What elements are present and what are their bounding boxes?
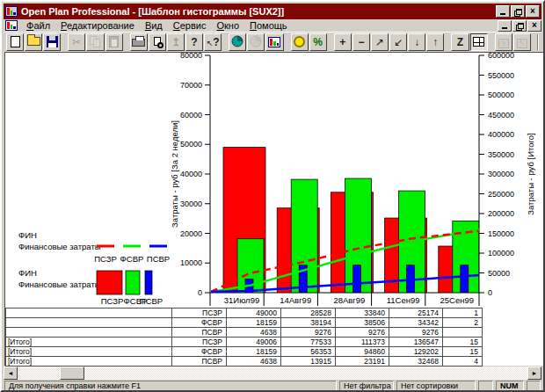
percent-button[interactable]: %: [309, 33, 327, 51]
zoom-mode-button[interactable]: Z: [451, 33, 469, 51]
value-cell: 18159: [227, 318, 281, 328]
child-close-button[interactable]: ×: [527, 20, 541, 32]
x-category-label: 25Сен99: [440, 295, 475, 305]
close-icon: ×: [532, 21, 537, 30]
restore-icon: [516, 9, 522, 15]
new-file-button[interactable]: [6, 33, 24, 51]
series-cell: ПСВР: [172, 357, 227, 367]
value-cell: 56353: [281, 347, 336, 357]
value-cell: 49000: [227, 309, 281, 318]
toolbar: ✂↥?↖?%+−↗↙↓↑Z↘↖: [4, 32, 541, 52]
document-icon[interactable]: [5, 20, 18, 31]
copy-button: [86, 33, 104, 51]
histogram-view-button[interactable]: [265, 33, 283, 51]
right-tick-label: 0: [488, 288, 492, 297]
bar-ПСВР: [352, 265, 360, 293]
table-row[interactable]: [Итого]ПСЗР490067753311137313654715: [6, 338, 483, 347]
copy-pages-icon: [90, 36, 101, 49]
arrow-sw-icon: ↙: [394, 37, 403, 47]
save-file-button[interactable]: [43, 33, 61, 51]
menu-item-service[interactable]: Сервис: [168, 19, 212, 32]
letter-z-icon: Z: [457, 37, 463, 47]
x-category-label: 28Авг99: [333, 295, 365, 305]
legend-entry-label: ПСВР: [147, 254, 170, 264]
legend-bar-sample: [97, 271, 122, 294]
value-cell: 18159: [227, 347, 281, 357]
child-restore-button[interactable]: [512, 20, 527, 32]
row-label-cell: [6, 309, 172, 318]
value-cell: 15: [443, 347, 483, 357]
goto-prev-button: ↖: [513, 33, 531, 51]
open-file-button[interactable]: [25, 33, 42, 51]
menu-item-file[interactable]: Файл: [21, 19, 55, 32]
minimize-button[interactable]: [496, 5, 510, 18]
menu-item-view[interactable]: Вид: [140, 19, 168, 32]
scissors-icon: ✂: [72, 37, 81, 47]
page-magnifier-icon: [154, 37, 161, 47]
x-labels-group: 31Июл9914Авг9928Авг9911Сен9925Сен99: [224, 295, 474, 305]
time-analysis-button[interactable]: [229, 33, 246, 51]
menu-item-edit[interactable]: Редактирование: [55, 19, 140, 32]
toolbar-separator: [537, 34, 539, 50]
right-tick-label: 350000: [488, 150, 514, 159]
restore-icon: [518, 23, 524, 29]
menu-item-window[interactable]: Окно: [211, 19, 244, 32]
collapse-button[interactable]: ↙: [389, 33, 407, 51]
zoom-out-button[interactable]: −: [352, 33, 370, 51]
clipboard-icon: [109, 36, 119, 49]
update-button: ↥: [167, 33, 185, 51]
cost-histogram-chart: 0100002000030000400005000060000700008000…: [5, 53, 543, 308]
right-tick-label: 400000: [488, 130, 514, 139]
table-row[interactable]: ПСЗР490002852833840251741: [6, 309, 483, 318]
restore-button[interactable]: [511, 5, 525, 18]
scrollbar-thumb[interactable]: [60, 367, 84, 380]
legend-title: ФИН: [18, 268, 37, 278]
left-tick-label: 60000: [180, 111, 202, 120]
x-category-label: 11Сен99: [387, 295, 420, 305]
value-cell: 4: [443, 357, 483, 367]
left-tick-label: 20000: [180, 229, 202, 238]
menu-item-help[interactable]: Помощь: [244, 19, 293, 32]
horizontal-scrollbar[interactable]: ◄ ►: [4, 367, 541, 380]
value-cell: 111373: [336, 338, 389, 347]
table-row[interactable]: ФСВР181593819438506343422: [6, 318, 483, 328]
right-tick-label: 100000: [488, 249, 514, 258]
scroll-left-button[interactable]: ◄: [4, 367, 18, 380]
value-cell: 136547: [389, 338, 443, 347]
print-button[interactable]: [130, 33, 148, 51]
legend-bar-sample: [126, 271, 140, 294]
close-button[interactable]: ×: [526, 5, 540, 18]
currency-button[interactable]: [291, 33, 309, 51]
series-cell: ПСЗР: [172, 309, 227, 318]
left-tick-label: 10000: [180, 258, 202, 267]
row-label-cell: [Итого]: [6, 357, 172, 367]
menu-items: ФайлРедактированиеВидСервисОкноПомощь: [21, 19, 293, 32]
arrow-right-icon: ►: [532, 370, 538, 376]
value-cell: 32468: [389, 357, 443, 367]
table-row[interactable]: [Итого]ПСВР46381391523191324684: [6, 357, 483, 367]
value-cell: 2: [443, 318, 483, 328]
value-cell: 34342: [389, 318, 443, 328]
help-button[interactable]: ?: [185, 33, 203, 51]
scroll-right-button[interactable]: ►: [527, 367, 541, 380]
right-tick-label: 150000: [488, 229, 514, 238]
arrow-down-icon: ↓: [414, 37, 419, 47]
value-cell: 4638: [227, 357, 281, 367]
blank-page-icon: [11, 36, 20, 49]
value-cell: 28528: [281, 309, 336, 318]
print-preview-button[interactable]: [149, 33, 166, 51]
child-minimize-button[interactable]: [498, 20, 512, 32]
context-help-button[interactable]: ↖?: [204, 33, 222, 51]
zoom-in-button[interactable]: +: [334, 33, 352, 51]
series-cell: ПСЗР: [172, 338, 227, 347]
table-row[interactable]: [Итого]ФСВР18159563539486012920215: [6, 347, 483, 357]
expand-button[interactable]: ↗: [371, 33, 389, 51]
table-view-button[interactable]: [470, 33, 488, 51]
table-row[interactable]: ПСВР4638927692769276: [6, 328, 483, 338]
status-sort: Нет сортировки: [396, 381, 476, 392]
bar-ПСВР: [461, 265, 469, 293]
move-up-button[interactable]: ↑: [426, 33, 444, 51]
move-down-button[interactable]: ↓: [408, 33, 425, 51]
boxed-arrow-nw-icon: ↖: [517, 36, 527, 48]
right-tick-label: 300000: [488, 170, 514, 178]
